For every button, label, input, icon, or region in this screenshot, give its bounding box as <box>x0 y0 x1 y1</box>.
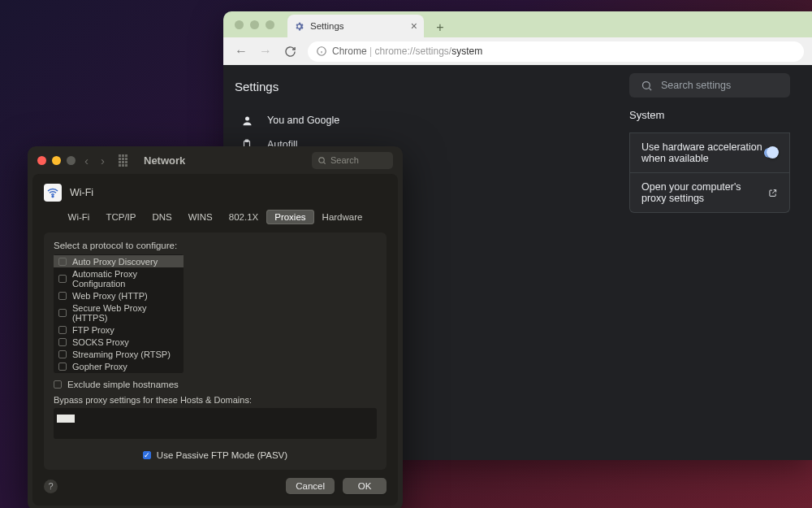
search-icon <box>317 156 326 165</box>
checkbox[interactable] <box>58 338 67 346</box>
svg-point-6 <box>52 196 54 198</box>
site-info-icon[interactable] <box>316 46 327 57</box>
prefs-body: Wi-Fi Wi-Fi TCP/IP DNS WINS 802.1X Proxi… <box>32 174 398 506</box>
exclude-hostnames-row[interactable]: Exclude simple hostnames <box>54 380 377 389</box>
hw-accel-row: Use hardware acceleration when available <box>629 132 790 173</box>
checkbox[interactable] <box>58 292 67 300</box>
checkbox[interactable] <box>58 326 67 334</box>
url: Chrome | chrome://settings/system <box>332 46 482 57</box>
omnibox[interactable]: Chrome | chrome://settings/system <box>308 41 804 62</box>
close-dot[interactable] <box>235 20 244 29</box>
cancel-button[interactable]: Cancel <box>286 478 335 494</box>
prefs-search[interactable]: Search <box>312 152 393 169</box>
pasv-label: Use Passive FTP Mode (PASV) <box>157 450 287 460</box>
section-title: System <box>629 109 790 121</box>
checkbox[interactable] <box>54 380 62 389</box>
sidebar-item-label: You and Google <box>267 115 339 126</box>
sidebar-item-you-and-google[interactable]: You and Google <box>231 108 394 132</box>
svg-rect-3 <box>245 140 248 141</box>
forward-button[interactable]: › <box>101 154 105 167</box>
checkbox[interactable] <box>58 275 67 283</box>
minimize-dot[interactable] <box>52 156 61 165</box>
tab-dns[interactable]: DNS <box>144 210 179 224</box>
passive-ftp-row[interactable]: Use Passive FTP Mode (PASV) <box>54 450 377 460</box>
tab-title: Settings <box>310 21 344 31</box>
browser-tab[interactable]: Settings × <box>287 15 424 37</box>
wifi-icon <box>44 184 62 202</box>
wifi-header: Wi-Fi <box>44 182 387 208</box>
protocol-item[interactable]: Gopher Proxy <box>54 360 184 372</box>
search-icon <box>641 80 653 92</box>
hw-accel-toggle[interactable] <box>764 148 778 158</box>
settings-search[interactable]: Search settings <box>629 73 790 98</box>
system-section: System Use hardware acceleration when av… <box>629 109 790 213</box>
new-tab-button[interactable]: + <box>430 18 450 37</box>
advanced-tabs: Wi-Fi TCP/IP DNS WINS 802.1X Proxies Har… <box>44 210 387 224</box>
search-placeholder: Search settings <box>661 80 731 91</box>
reload-button[interactable] <box>280 41 300 61</box>
tab-8021x[interactable]: 802.1X <box>221 210 266 224</box>
toolbar: ← → Chrome | chrome://settings/system <box>223 37 812 65</box>
back-button[interactable]: ← <box>231 41 251 61</box>
close-tab-icon[interactable]: × <box>411 20 417 33</box>
bypass-label: Bypass proxy settings for these Hosts & … <box>54 395 377 405</box>
help-button[interactable]: ? <box>44 480 58 493</box>
close-dot[interactable] <box>37 156 46 165</box>
svg-point-5 <box>319 157 324 162</box>
checkbox-checked[interactable] <box>143 451 151 459</box>
tab-wifi[interactable]: Wi-Fi <box>60 210 98 224</box>
tab-hardware[interactable]: Hardware <box>314 210 371 224</box>
checkbox[interactable] <box>58 363 67 371</box>
exclude-label: Exclude simple hostnames <box>67 380 179 389</box>
prefs-titlebar: ‹ › Network Search <box>28 146 403 174</box>
window-controls <box>223 11 286 37</box>
protocol-item[interactable]: Secure Web Proxy (HTTPS) <box>54 302 184 323</box>
checkbox[interactable] <box>58 258 67 266</box>
svg-point-4 <box>643 81 650 89</box>
tab-strip: Settings × + <box>223 11 812 37</box>
search-placeholder: Search <box>330 155 359 165</box>
network-preferences-window: ‹ › Network Search Wi-Fi Wi-Fi TCP/IP DN… <box>28 146 403 508</box>
gear-icon <box>294 21 304 32</box>
tab-tcpip[interactable]: TCP/IP <box>97 210 144 224</box>
checkbox[interactable] <box>58 350 67 358</box>
forward-button[interactable]: → <box>256 41 275 61</box>
select-protocol-label: Select a protocol to configure: <box>54 241 377 250</box>
protocol-item[interactable]: Web Proxy (HTTP) <box>54 289 184 302</box>
protocol-item[interactable]: Auto Proxy Discovery <box>54 255 184 267</box>
svg-point-1 <box>245 116 249 120</box>
tab-proxies[interactable]: Proxies <box>266 210 313 224</box>
show-all-icon[interactable] <box>119 154 130 166</box>
row-label: Use hardware acceleration when available <box>641 141 764 164</box>
person-icon <box>240 115 254 127</box>
protocol-item[interactable]: SOCKS Proxy <box>54 336 184 348</box>
row-label: Open your computer's proxy settings <box>641 181 768 204</box>
zoom-dot[interactable] <box>266 20 274 29</box>
external-link-icon <box>768 187 778 199</box>
minimize-dot[interactable] <box>250 20 259 29</box>
window-title: Network <box>144 154 185 167</box>
ok-button[interactable]: OK <box>343 478 387 494</box>
protocol-item[interactable]: FTP Proxy <box>54 323 184 336</box>
proxies-panel: Select a protocol to configure: Auto Pro… <box>44 232 387 470</box>
proxy-settings-row[interactable]: Open your computer's proxy settings <box>629 173 790 213</box>
zoom-dot[interactable] <box>67 156 76 165</box>
back-button[interactable]: ‹ <box>84 154 89 167</box>
bypass-textarea[interactable] <box>54 408 377 439</box>
tab-wins[interactable]: WINS <box>180 210 221 224</box>
protocol-item[interactable]: Automatic Proxy Configuration <box>54 267 184 289</box>
protocol-list[interactable]: Auto Proxy Discovery Automatic Proxy Con… <box>54 254 184 373</box>
protocol-item[interactable]: Streaming Proxy (RTSP) <box>54 348 184 360</box>
interface-title: Wi-Fi <box>70 187 93 198</box>
button-row: ? Cancel OK <box>44 478 387 494</box>
checkbox[interactable] <box>58 309 67 317</box>
